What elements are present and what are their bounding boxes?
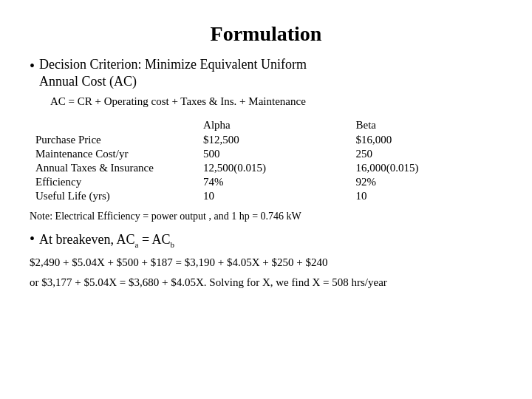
header-label-cell: [30, 118, 197, 133]
bullet-dot-2: •: [30, 229, 35, 248]
slide-title: Formulation: [30, 22, 502, 46]
row-3-label: Efficiency: [30, 175, 197, 189]
breakeven-equals: = AC: [138, 232, 170, 247]
table-row: Annual Taxes & Insurance 12,500(0.015) 1…: [30, 161, 502, 175]
row-3-beta: 92%: [350, 175, 502, 189]
row-1-alpha: 500: [197, 147, 349, 161]
formula-line-2: or $3,177 + $5.04X = $3,680 + $4.05X. So…: [30, 274, 502, 291]
row-0-label: Purchase Price: [30, 133, 197, 147]
table-row: Useful Life (yrs) 10 10: [30, 189, 502, 203]
table-header-row: Alpha Beta: [30, 118, 502, 133]
header-beta-cell: Beta: [350, 118, 502, 133]
decision-criterion-bullet: • Decision Criterion: Minimize Equivalen…: [30, 56, 502, 91]
row-2-alpha: 12,500(0.015): [197, 161, 349, 175]
header-alpha-cell: Alpha: [197, 118, 349, 133]
row-4-label: Useful Life (yrs): [30, 189, 197, 203]
subscript-b: b: [171, 240, 175, 249]
table-row: Maintenance Cost/yr 500 250: [30, 147, 502, 161]
table-row: Purchase Price $12,500 $16,000: [30, 133, 502, 147]
decision-criterion-line2: Annual Cost (AC): [39, 74, 137, 89]
decision-criterion-line1: Decision Criterion: Minimize Equivalent …: [39, 57, 307, 72]
row-0-alpha: $12,500: [197, 133, 349, 147]
breakeven-prefix: At breakeven, AC: [39, 232, 134, 247]
slide-container: Formulation • Decision Criterion: Minimi…: [0, 0, 532, 399]
comparison-table: Alpha Beta Purchase Price $12,500 $16,00…: [30, 118, 502, 203]
row-1-label: Maintenance Cost/yr: [30, 147, 197, 161]
decision-criterion-text: Decision Criterion: Minimize Equivalent …: [39, 56, 307, 91]
row-4-beta: 10: [350, 189, 502, 203]
row-2-label: Annual Taxes & Insurance: [30, 161, 197, 175]
bullet-dot-1: •: [30, 56, 35, 75]
row-4-alpha: 10: [197, 189, 349, 203]
row-1-beta: 250: [350, 147, 502, 161]
row-0-beta: $16,000: [350, 133, 502, 147]
row-2-beta: 16,000(0.015): [350, 161, 502, 175]
ac-equation: AC = CR + Operating cost + Taxes & Ins. …: [50, 94, 502, 109]
breakeven-text: At breakeven, ACa = ACb: [39, 231, 174, 250]
note-text: Note: Electrical Efficiency = power outp…: [30, 209, 502, 224]
row-3-alpha: 74%: [197, 175, 349, 189]
comparison-table-section: Alpha Beta Purchase Price $12,500 $16,00…: [30, 118, 502, 203]
formula-line-1: $2,490 + $5.04X + $500 + $187 = $3,190 +…: [30, 254, 502, 271]
breakeven-bullet: • At breakeven, ACa = ACb: [30, 229, 502, 250]
table-row: Efficiency 74% 92%: [30, 175, 502, 189]
